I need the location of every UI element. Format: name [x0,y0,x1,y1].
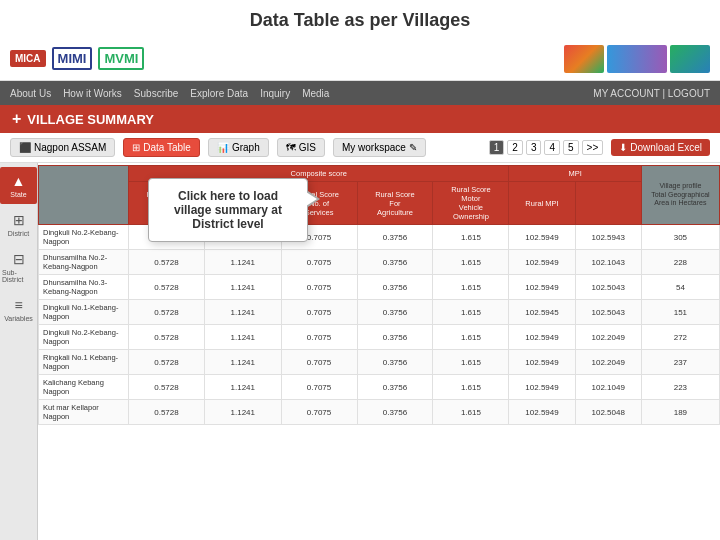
table-row: Dingkuli No.1-Kebang-Nagpon 0.5728 1.124… [39,300,720,325]
cell-vp: 228 [641,250,719,275]
btn-nagpon[interactable]: ⬛ Nagpon ASSAM [10,138,115,157]
download-button[interactable]: ⬇ Download Excel [611,139,710,156]
nav-subscribe[interactable]: Subscribe [134,88,178,99]
sidebar-item-variables[interactable]: ≡ Variables [0,291,37,328]
cell-m2: 102.5943 [575,225,641,250]
logo-mvmi: MVMI [98,47,144,70]
tooltip-text: Click here to load village summary at Di… [174,189,282,231]
cell-c2: 1.1241 [204,250,281,275]
btn-nagpon-label: Nagpon ASSAM [34,142,106,153]
table-row: Kut mar Kellapor Nagpon 0.5728 1.1241 0.… [39,400,720,425]
cell-c4: 0.3756 [357,375,433,400]
cell-m2: 102.5048 [575,400,641,425]
nav-media[interactable]: Media [302,88,329,99]
table-row: Dhunsamilha No.3-Kebang-Nagpon 0.5728 1.… [39,275,720,300]
logo-mica: MICA [10,50,46,67]
cell-vp: 151 [641,300,719,325]
data-table: Composite score MPI Village profileTotal… [38,165,720,425]
header-logos: MICA MIMI MVMI [0,37,720,81]
cell-c4: 0.3756 [357,400,433,425]
graph-icon: 📊 [217,142,229,153]
cell-m1: 102.5949 [509,375,575,400]
section-title: VILLAGE SUMMARY [27,112,154,127]
state-icon: ▲ [12,173,26,189]
cell-m1: 102.5949 [509,400,575,425]
sidebar-variables-label: Variables [4,315,33,322]
cell-c2: 1.1241 [204,275,281,300]
cell-village-name: Dingkuli No.1-Kebang-Nagpon [39,300,129,325]
cell-c4: 0.3756 [357,275,433,300]
cell-c1: 0.5728 [129,350,205,375]
my-account[interactable]: MY ACCOUNT | LOGOUT [593,88,710,99]
download-label: Download Excel [630,142,702,153]
page-1[interactable]: 1 [489,140,505,155]
cell-m2: 102.2049 [575,350,641,375]
nav-explore[interactable]: Explore Data [190,88,248,99]
btn-gis-label: GIS [299,142,316,153]
th-agriculture: Rural ScoreForAgriculture [357,182,433,225]
cell-c3: 0.7075 [281,325,357,350]
btn-gis[interactable]: 🗺 GIS [277,138,325,157]
table-row: Dingkuli No.2-Kebang-Nagpon 0.5728 1.124… [39,325,720,350]
cell-c2: 1.1241 [204,350,281,375]
cell-m2: 102.5043 [575,275,641,300]
tooltip-arrow-inner [306,192,317,206]
logo-mimi: MIMI [52,47,93,70]
cell-village-name: Dingkuli No.2-Kebang-Nagpon [39,225,129,250]
cell-vp: 237 [641,350,719,375]
cell-c1: 0.5728 [129,325,205,350]
cell-c5: 1.615 [433,375,509,400]
sidebar-sub-district-label: Sub-District [2,269,35,283]
sidebar-item-state[interactable]: ▲ State [0,167,37,204]
sidebar-item-sub-district[interactable]: ⊟ Sub-District [0,245,37,289]
btn-graph-label: Graph [232,142,260,153]
district-icon: ⊞ [13,212,25,228]
nav-about[interactable]: About Us [10,88,51,99]
btn-graph[interactable]: 📊 Graph [208,138,269,157]
plus-icon: + [12,110,21,128]
cell-c3: 0.7075 [281,300,357,325]
sidebar-district-label: District [8,230,29,237]
cell-c5: 1.615 [433,225,509,250]
logo-decoration-2 [607,45,667,73]
table-row: Dingkuli No.2-Kebang-Nagpon 0.5728 1.124… [39,225,720,250]
btn-workspace[interactable]: My workspace ✎ [333,138,426,157]
page-next[interactable]: >> [582,140,604,155]
col-village-header [39,166,129,225]
page-title: Data Table as per Villages [0,0,720,37]
cell-c5: 1.615 [433,250,509,275]
main-layout: ▲ State ⊞ District ⊟ Sub-District ≡ Vari… [0,163,720,540]
table-row: Kalichang Kebang Nagpon 0.5728 1.1241 0.… [39,375,720,400]
page-3[interactable]: 3 [526,140,542,155]
logo-left: MICA MIMI MVMI [10,47,144,70]
cell-c1: 0.5728 [129,400,205,425]
btn-datatable[interactable]: ⊞ Data Table [123,138,200,157]
sidebar: ▲ State ⊞ District ⊟ Sub-District ≡ Vari… [0,163,38,540]
page-4[interactable]: 4 [544,140,560,155]
cell-c3: 0.7075 [281,275,357,300]
variables-icon: ≡ [14,297,22,313]
sub-district-icon: ⊟ [13,251,25,267]
sidebar-item-district[interactable]: ⊞ District [0,206,37,243]
nav-how[interactable]: How it Works [63,88,122,99]
page-5[interactable]: 5 [563,140,579,155]
village-profile-header: Village profileTotal GeographicalArea in… [641,166,719,225]
cell-c4: 0.3756 [357,325,433,350]
btn-datatable-label: Data Table [143,142,191,153]
logo-right [564,45,710,73]
th-rural-mpi: Rural MPI [509,182,575,225]
dot-icon: ⬛ [19,142,31,153]
tooltip-box[interactable]: Click here to load village summary at Di… [148,178,308,242]
edit-icon: ✎ [409,142,417,153]
nav-inquiry[interactable]: Inquiry [260,88,290,99]
page-2[interactable]: 2 [507,140,523,155]
cell-c4: 0.3756 [357,300,433,325]
cell-m2: 102.2049 [575,325,641,350]
cell-village-name: Dhunsamilha No.3-Kebang-Nagpon [39,275,129,300]
cell-c1: 0.5728 [129,250,205,275]
cell-c4: 0.3756 [357,225,433,250]
workspace-label: My workspace [342,142,406,153]
cell-c2: 1.1241 [204,300,281,325]
cell-village-name: Ringkali No.1 Kebang-Nagpon [39,350,129,375]
cell-c2: 1.1241 [204,400,281,425]
